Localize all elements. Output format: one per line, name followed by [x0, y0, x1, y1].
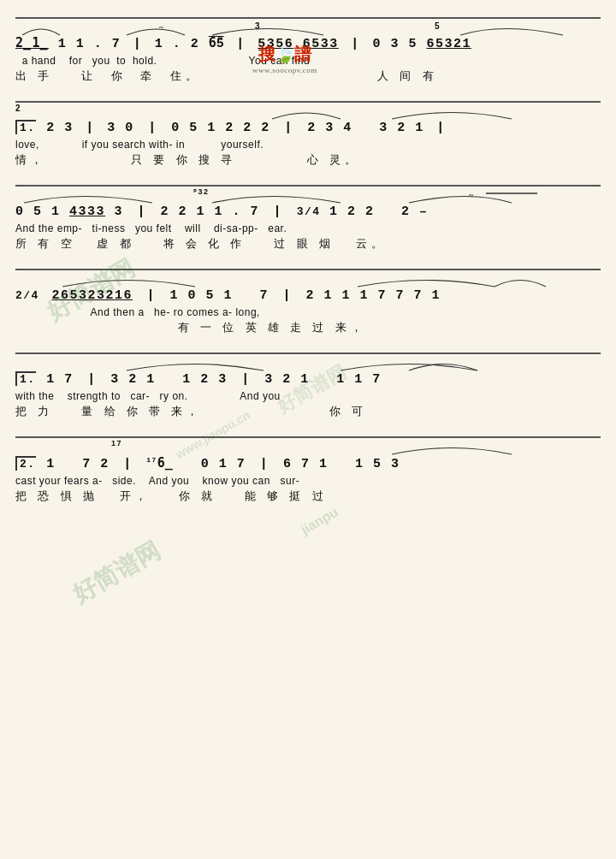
logo-leaf: 🍃: [275, 46, 294, 63]
note-segment-2b: 3 0: [107, 121, 143, 135]
arcs-row1: ~: [15, 21, 614, 39]
music-row-5: 1. 1 7 | 3 2 1 1 2 3 | 3 2 1 1 1 7 with …: [15, 352, 601, 423]
note-segment-5c: 3 2 1 1 1 7: [264, 372, 382, 387]
note-segment-4b: 1 0 5 1 7: [169, 288, 277, 303]
logo-text2: 譜: [294, 44, 311, 63]
note-segment-4d: 7 7 7: [378, 288, 432, 303]
barline-2a: |: [86, 121, 95, 135]
lyrics-cn-row-3: 所 有 空 虚 都 将 会 化 作 过 眼 烟 云。: [15, 236, 601, 252]
note-segment-4e: 1: [432, 288, 441, 303]
lyrics-en-row-6: cast your fears a- side. And you know yo…: [15, 474, 601, 489]
barline-3b: |: [274, 204, 283, 219]
note-segment-4a: 265323216: [51, 288, 133, 303]
barline-5a: |: [87, 372, 97, 387]
notation-row-4: 2/4 265323216 | 1 0 5 1 7 | 2 1 1 1 7 7 …: [15, 273, 601, 304]
note-segment-2e: 2 3 4 3 2 1: [307, 121, 433, 135]
note-segment-3d: 2 2 1 1 . 7: [161, 204, 269, 219]
svg-text:~: ~: [159, 22, 165, 32]
music-score-page: 好简谱网 www.jianpu.cn 好简谱网 好简谱网 jianpu ~ 3 …: [0, 0, 616, 859]
music-row-2: 2 1. 2 3 | 3 0 | 0 5 1 2 2 2 | 2 3 4 3 2…: [15, 101, 601, 171]
note-segment-5a: 1 7: [46, 372, 82, 387]
measure-num-5: 5: [435, 21, 441, 32]
note-segment-1g: 0 3 5: [372, 37, 426, 51]
notation-row-6: 17 2. 1 7 2 | 176̲ 0 1 7 | 6 7 1 1 5 3: [15, 441, 601, 472]
watermark-3: 好简谱网: [67, 535, 166, 611]
time-sig-24: 2/4: [15, 289, 39, 302]
note-segment-1h: 65321: [426, 37, 471, 51]
note-segment-5b: 3 2 1 1 2 3: [110, 372, 236, 387]
barline-3a: |: [138, 204, 147, 219]
barline-2d: |: [436, 121, 446, 135]
note-segment-3c: 3: [105, 204, 133, 219]
lyrics-en-row-3: And the emp- ti-ness you felt will di-sa…: [15, 222, 601, 236]
arcs-row5: [15, 357, 614, 374]
watermark-5: jianpu: [299, 504, 341, 537]
note-segment-2a: 2 3: [46, 121, 82, 135]
note-segment-2d: 2 2 2: [225, 121, 279, 135]
lyrics-cn-row-5: 把 力 量 给 你 带 来， 你 可: [15, 404, 601, 419]
barline-1c: |: [351, 37, 360, 51]
note-segment-6a: 1 7 2: [46, 457, 118, 471]
barline-6b: |: [260, 457, 270, 471]
measure-num-p32: ᵖ32: [193, 187, 210, 197]
note-segment-1c: 1 . 2: [155, 37, 209, 51]
note-segment-6c: 6 7 1 1 5 3: [283, 457, 400, 471]
note-segment-1a: 2̲1̲: [15, 37, 49, 51]
note-segment-1d: 6̃5: [209, 37, 224, 51]
arcs-row4: [15, 273, 614, 290]
arcs-row6: [15, 441, 614, 458]
barline-4b: |: [283, 288, 293, 303]
arcs-row3: ~: [15, 189, 614, 206]
note-segment-3b: 4333: [69, 204, 105, 219]
logo-main: 搜: [258, 44, 275, 63]
note-segment-3a: 0 5 1: [15, 204, 69, 219]
logo-area: 搜🍃譜 www.soocopv.com: [252, 43, 317, 74]
notation-row-2: 2 1. 2 3 | 3 0 | 0 5 1 2 2 2 | 2 3 4 3 2…: [15, 105, 601, 136]
measure-num-3: 3: [255, 21, 261, 32]
music-row-4: 2/4 265323216 | 1 0 5 1 7 | 2 1 1 1 7 7 …: [15, 269, 601, 339]
lyrics-en-row-4: And then a he- ro comes a- long,: [15, 305, 601, 320]
notation-row-5: 1. 1 7 | 3 2 1 1 2 3 | 3 2 1 1 1 7: [15, 357, 601, 388]
note-segment-3e: 1 2 2 2 –: [329, 204, 429, 219]
arcs-row2: [15, 105, 614, 122]
lyrics-cn-row-2: 情， 只 要 你 搜 寻 心 灵。: [15, 152, 601, 168]
lyrics-en-row-2: love, if you search with- in yourself.: [15, 138, 601, 152]
measure-num-2: 2: [15, 104, 21, 114]
repeat-5-open: 1.: [15, 371, 36, 386]
time-sig-34: 3/4: [297, 205, 321, 218]
repeat-6-open: 2.: [15, 456, 36, 471]
note-segment-4c: 2 1 1 1: [306, 288, 378, 303]
music-row-6: 17 2. 1 7 2 | 176̲ 0 1 7 | 6 7 1 1 5 3 c…: [15, 436, 601, 507]
barline-2b: |: [148, 121, 157, 135]
music-row-3: ~ ᵖ32 0 5 1 4333 3 | 2 2 1 1 . 7 | 3/4 1…: [15, 185, 601, 255]
notation-row-3: ~ ᵖ32 0 5 1 4333 3 | 2 2 1 1 . 7 | 3/4 1…: [15, 189, 601, 220]
repeat-1-open: 1.: [15, 120, 36, 134]
barline-1a: |: [133, 37, 143, 51]
lyrics-cn-row-4: 有 一 位 英 雄 走 过 来，: [15, 320, 601, 335]
note-segment-6b: 176̲ 0 1 7: [146, 457, 255, 471]
barline-2c: |: [284, 121, 293, 135]
lyrics-cn-row-6: 把 恐 惧 抛 开， 你 就 能 够 挺 过: [15, 489, 601, 504]
barline-4a: |: [146, 288, 156, 303]
barline-1b: |: [236, 37, 246, 51]
note-segment-1b: 1 1 . 7: [49, 37, 130, 51]
svg-text:~: ~: [469, 190, 475, 199]
logo-sub: www.soocopv.com: [252, 66, 317, 74]
measure-num-17: 17: [111, 439, 122, 448]
barline-6a: |: [123, 457, 133, 471]
lyrics-en-row-5: with the strength to car- ry on. And you: [15, 389, 601, 404]
note-segment-2c: 0 5 1: [171, 121, 225, 135]
barline-5b: |: [241, 372, 251, 387]
